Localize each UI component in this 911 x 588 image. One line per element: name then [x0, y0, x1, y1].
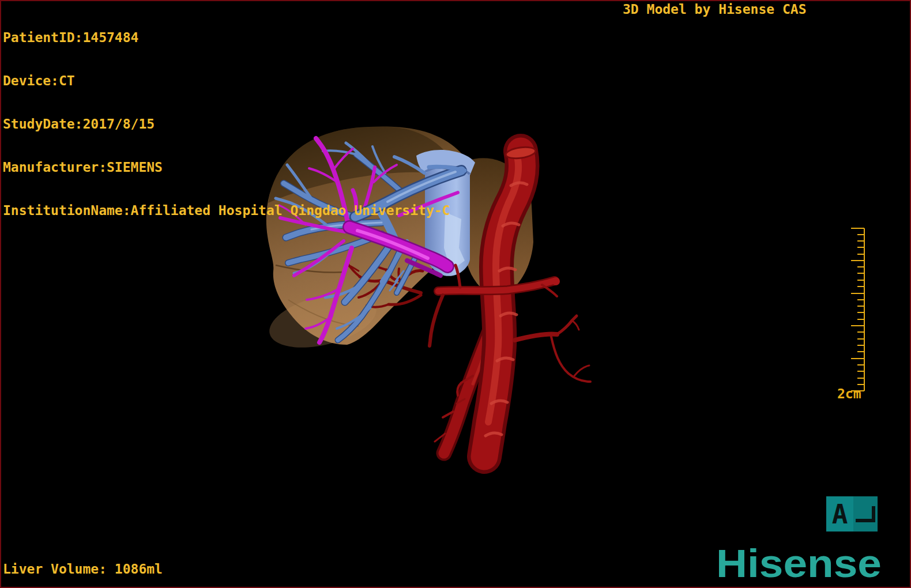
watermark-title: 3D Model by Hisense CAS: [623, 2, 807, 17]
rotation-corner-icon: [853, 496, 878, 532]
patient-id: PatientID:1457484: [3, 31, 450, 45]
hisense-logo: Hisense: [716, 541, 882, 586]
orientation-badge[interactable]: A: [826, 496, 878, 532]
scale-ruler: [844, 225, 871, 398]
institution-name: InstitutionName:Affiliated Hospital Qing…: [3, 203, 450, 218]
patient-info-overlay: PatientID:1457484 Device:CT StudyDate:20…: [3, 2, 450, 232]
device: Device:CT: [3, 74, 450, 88]
orientation-letter: A: [826, 496, 853, 532]
study-date: StudyDate:2017/8/15: [3, 117, 450, 131]
manufacturer: Manufacturer:SIEMENS: [3, 160, 450, 175]
scale-label: 2cm: [837, 387, 861, 401]
corner-glyph-icon: [856, 506, 875, 522]
liver-volume-label: Liver Volume: 1086ml: [3, 562, 163, 576]
